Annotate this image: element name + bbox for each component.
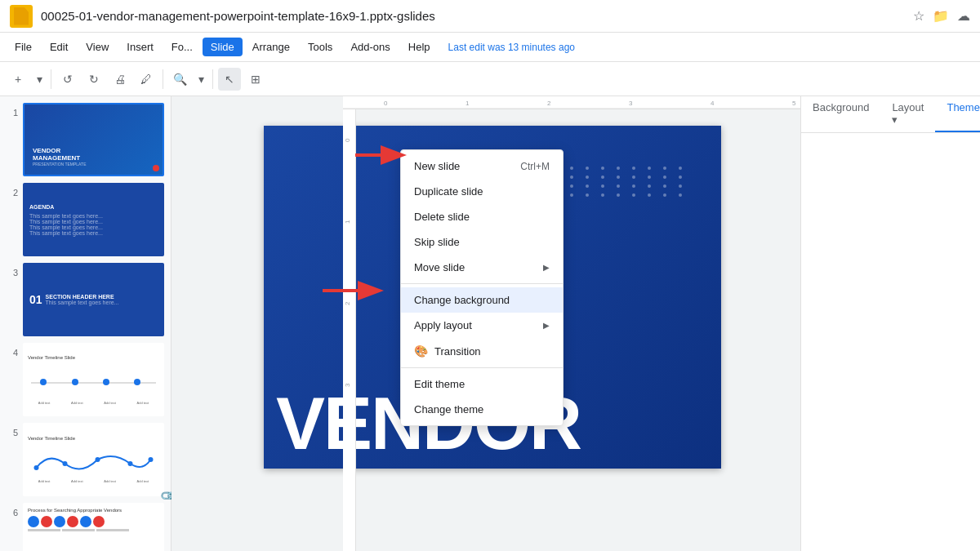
print-btn[interactable]: 🖨 — [109, 68, 131, 91]
menu-format[interactable]: Fo... — [163, 38, 201, 56]
text-tool-btn[interactable]: ⊞ — [244, 68, 267, 91]
ctx-new-slide[interactable]: New slide Ctrl+M — [401, 153, 563, 179]
menu-help[interactable]: Help — [400, 38, 439, 56]
ctx-change-theme[interactable]: Change theme — [401, 397, 563, 422]
svg-text:1: 1 — [344, 220, 351, 224]
menu-file[interactable]: File — [7, 38, 40, 56]
svg-text:5: 5 — [792, 100, 796, 107]
add-slide-dropdown[interactable]: ▾ — [33, 68, 46, 91]
app-icon — [10, 5, 33, 28]
slide-num-3: 3 — [7, 268, 18, 278]
svg-point-1 — [63, 461, 68, 466]
slide-img-2[interactable]: AGENDA This sample text goes here... Thi… — [23, 183, 164, 256]
main-content: 1 VENDORMANAGEMENT PRESENTATION TEMPLATE… — [0, 96, 980, 551]
arrow-to-bg — [318, 274, 392, 310]
ctx-change-theme-label: Change theme — [414, 403, 483, 415]
ctx-change-bg-label: Change background — [414, 294, 510, 306]
slide-num-2: 2 — [7, 188, 18, 198]
ctx-skip-slide[interactable]: Skip slide — [401, 229, 563, 255]
slide3-title: SECTION HEADER HERE — [46, 294, 119, 300]
ctx-edit-theme[interactable]: Edit theme — [401, 371, 563, 397]
ctx-move-slide[interactable]: Move slide — [401, 255, 563, 280]
redo-btn[interactable]: ↻ — [82, 68, 105, 91]
slide-thumb-4[interactable]: 4 Vendor Timeline Slide Add textAdd text… — [7, 343, 164, 416]
slide-num-4: 4 — [7, 348, 18, 358]
ctx-transition-label: Transition — [434, 345, 481, 358]
svg-text:4: 4 — [710, 100, 715, 107]
slide-img-3[interactable]: 01 SECTION HEADER HERE This sample text … — [23, 263, 164, 336]
svg-point-0 — [34, 465, 39, 470]
zoom-btn[interactable]: 🔍 — [168, 68, 191, 91]
slide-thumb-6[interactable]: 6 Process for Searching Appropriate Vend… — [7, 503, 164, 551]
ctx-skip-label: Skip slide — [414, 236, 460, 248]
slide-thumb-3[interactable]: 3 01 SECTION HEADER HERE This sample tex… — [7, 263, 164, 336]
menu-bar: File Edit View Insert Fo... Slide Arrang… — [0, 33, 980, 62]
paint-format-btn[interactable]: 🖊 — [135, 68, 158, 91]
right-panel: Background Layout ▾ Theme Transition — [800, 96, 980, 551]
ctx-delete-label: Delete slide — [414, 211, 470, 223]
folder-icon[interactable]: 📁 — [933, 8, 949, 24]
zoom-dropdown[interactable]: ▾ — [194, 68, 207, 91]
svg-text:2: 2 — [547, 100, 551, 107]
menu-addons[interactable]: Add-ons — [342, 38, 398, 56]
title-actions: ☆ 📁 ☁ — [913, 8, 970, 24]
ctx-transition[interactable]: 🎨 Transition — [401, 338, 563, 364]
slide-img-1[interactable]: VENDORMANAGEMENT PRESENTATION TEMPLATE — [23, 103, 164, 176]
cloud-icon[interactable]: ☁ — [957, 8, 970, 24]
ctx-edit-theme-label: Edit theme — [414, 378, 465, 390]
slide-thumb-2[interactable]: 2 AGENDA This sample text goes here... T… — [7, 183, 164, 256]
slide-img-5[interactable]: Vendor Timeline Slide Add textAdd textA — [23, 423, 164, 496]
menu-tools[interactable]: Tools — [300, 38, 341, 56]
ctx-apply-layout-label: Apply layout — [414, 319, 472, 331]
slide1-subtitle: PRESENTATION TEMPLATE — [33, 162, 86, 167]
svg-text:3: 3 — [629, 100, 633, 107]
right-tabs-bar: Background Layout ▾ Theme Transition — [801, 96, 980, 133]
svg-text:0: 0 — [384, 100, 388, 107]
ctx-new-slide-label: New slide — [414, 160, 460, 172]
ctx-sep-1 — [401, 283, 563, 284]
ctx-new-slide-shortcut: Ctrl+M — [520, 161, 550, 172]
tab-theme[interactable]: Theme — [935, 96, 980, 132]
slide4-content: Vendor Timeline Slide Add textAdd textAd… — [24, 344, 163, 415]
slide6-content: Process for Searching Appropriate Vendor… — [24, 504, 163, 551]
slide-panel: 1 VENDORMANAGEMENT PRESENTATION TEMPLATE… — [0, 96, 172, 551]
ruler-horizontal: 0 1 2 3 4 5 6 7 — [343, 96, 800, 109]
ctx-duplicate-slide[interactable]: Duplicate slide — [401, 179, 563, 204]
svg-point-4 — [149, 457, 154, 462]
ctx-delete-slide[interactable]: Delete slide — [401, 204, 563, 229]
add-slide-btn[interactable]: + — [7, 68, 29, 91]
toolbar-sep-2 — [163, 69, 163, 89]
slide-img-4[interactable]: Vendor Timeline Slide Add textAdd textAd… — [23, 343, 164, 416]
menu-arrange[interactable]: Arrange — [244, 38, 298, 56]
select-tool-btn[interactable]: ↖ — [218, 68, 241, 91]
menu-slide[interactable]: Slide — [203, 38, 243, 56]
toolbar: + ▾ ↺ ↻ 🖨 🖊 🔍 ▾ ↖ ⊞ — [0, 62, 980, 96]
slide-num-6: 6 — [7, 508, 18, 518]
slide5-content: Vendor Timeline Slide Add textAdd textA — [24, 424, 163, 495]
ctx-sep-2 — [401, 367, 563, 368]
tab-layout[interactable]: Layout ▾ — [880, 96, 935, 132]
slide-thumb-1[interactable]: 1 VENDORMANAGEMENT PRESENTATION TEMPLATE — [7, 103, 164, 176]
slide-img-6[interactable]: Process for Searching Appropriate Vendor… — [23, 503, 164, 551]
ctx-change-bg[interactable]: Change background — [401, 287, 563, 313]
tab-background[interactable]: Background — [801, 96, 880, 132]
menu-view[interactable]: View — [78, 38, 117, 56]
svg-text:3: 3 — [344, 383, 351, 387]
slide-thumb-5[interactable]: 5 Vendor Timeline Slide — [7, 423, 164, 496]
star-icon[interactable]: ☆ — [913, 8, 924, 24]
document-title: 00025-01-vendor-management-powerpoint-te… — [41, 9, 905, 23]
svg-text:1: 1 — [466, 100, 470, 107]
undo-btn[interactable]: ↺ — [56, 68, 79, 91]
menu-insert[interactable]: Insert — [118, 38, 162, 56]
context-menu: New slide Ctrl+M Duplicate slide Delete … — [400, 149, 564, 426]
title-bar: 00025-01-vendor-management-powerpoint-te… — [0, 0, 980, 33]
slide2-title: AGENDA — [29, 204, 158, 210]
transition-icon: 🎨 — [414, 344, 428, 358]
svg-point-2 — [96, 457, 100, 462]
arrow-to-menu — [351, 139, 416, 175]
ctx-apply-layout[interactable]: Apply layout — [401, 313, 563, 338]
ctx-move-label: Move slide — [414, 261, 465, 273]
toolbar-sep-1 — [51, 69, 51, 89]
ruler-vertical: 0 1 2 3 — [343, 109, 356, 551]
menu-edit[interactable]: Edit — [42, 38, 76, 56]
